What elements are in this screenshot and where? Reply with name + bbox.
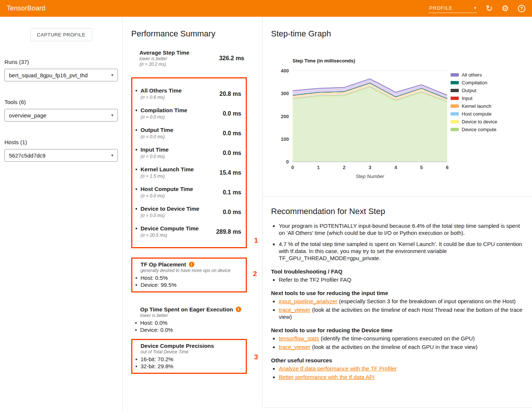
average-step-time-row: Average Step Time lower is better (σ = 2… [139, 49, 244, 67]
tools-select-value: overview_page [9, 112, 46, 119]
sidebar: CAPTURE PROFILE Runs (37) bert_squad_8gp… [0, 17, 123, 411]
block-title-text: Op Time Spent on Eager Execution [140, 306, 233, 313]
input-tools-heading: Next tools to use for reducing the input… [271, 289, 523, 297]
step-time-chart[interactable]: 01002003004000123456 [271, 66, 457, 171]
list-item: Host: 0.5% [141, 274, 242, 281]
metric-value: 0.0 ms [220, 130, 241, 137]
info-icon[interactable]: i [236, 307, 241, 312]
legend-item: Device to device [451, 118, 497, 126]
legend-item: All others [451, 71, 497, 79]
runs-select[interactable]: bert_squad_8gpu_fp16_pvt_thd ▾ [4, 69, 118, 81]
svg-text:3: 3 [368, 165, 371, 170]
tf-op-placement-list: Host: 0.5% Device: 99.5% [141, 274, 242, 288]
svg-text:0: 0 [291, 165, 294, 170]
svg-text:4: 4 [394, 165, 397, 170]
metric-label: Output Time [141, 127, 173, 133]
metric-label: Input Time [141, 146, 169, 153]
metric-sigma: (σ = 0.0 ms) [141, 114, 187, 120]
metric-label: Kernel Launch Time [141, 166, 194, 173]
metric-value: 0.0 ms [220, 150, 241, 156]
list-item: Analyze tf.data performance with the TF … [279, 365, 523, 372]
list-item: Better performance with the tf.data API [279, 373, 523, 381]
annotation-number-1: 1 [254, 236, 258, 245]
tfdata-performance-link[interactable]: Analyze tf.data performance with the TF … [279, 365, 397, 372]
metric-row: Host Compute Time (σ = 0.0 ms) 0.1 ms [141, 186, 241, 199]
faq-heading: Tool troubleshooting / FAQ [271, 268, 523, 275]
list-item: 32-bit: 29.8% [141, 363, 242, 370]
legend-swatch [451, 73, 459, 77]
metric-sigma: (σ = 0.6 ms) [141, 95, 182, 100]
legend-item: Device compute [451, 126, 497, 133]
legend-swatch [451, 120, 459, 123]
svg-text:0: 0 [286, 159, 289, 165]
list-item-text: (look at the activities on the timeline … [279, 307, 522, 320]
capture-profile-button[interactable]: CAPTURE PROFILE [30, 28, 92, 41]
section-divider [263, 196, 532, 197]
precisions-list: 16-bit: 70.2% 32-bit: 29.8% [141, 356, 242, 370]
tensorflow-stats-link[interactable]: tensorflow_stats [279, 335, 319, 342]
svg-text:6: 6 [446, 165, 448, 170]
gear-icon[interactable]: ⚙ [502, 4, 509, 13]
step-time-chart-container: Step Time (in milliseconds) 010020030040… [271, 58, 523, 179]
metric-sigma: (σ = 20.5 ms) [141, 233, 199, 238]
dashboard-selector[interactable]: PROFILE ▾ [429, 4, 477, 13]
hosts-label: Hosts (1) [4, 139, 118, 145]
metric-sigma: (σ = 0.0 ms) [141, 193, 193, 199]
reload-icon[interactable]: ↻ [486, 4, 493, 13]
hosts-select-value: 5627c5dd7dc9 [9, 152, 45, 159]
chevron-down-icon: ▾ [111, 153, 113, 158]
legend-item: Host compute [451, 110, 497, 118]
svg-text:2: 2 [343, 165, 345, 170]
tools-select[interactable]: overview_page ▾ [4, 109, 118, 122]
list-item-text: (look at the activities on the timeline … [310, 344, 477, 350]
device-compute-precisions-title: Device Compute Precisions [141, 342, 242, 349]
recommendation-item: 4.7 % of the total step time sampled is … [279, 240, 523, 262]
list-item-text: Refer to the TF2 Profiler FAQ [279, 276, 351, 283]
svg-text:1: 1 [317, 165, 320, 170]
help-icon[interactable]: ? [518, 5, 525, 12]
runs-select-value: bert_squad_8gpu_fp16_pvt_thd [9, 72, 88, 78]
step-time-graph-panel: Step-time Graph Step Time (in millisecon… [262, 17, 532, 408]
chevron-down-icon: ▾ [111, 72, 113, 78]
list-item-text: (especially Section 3 for the breakdown … [338, 298, 516, 304]
trace-viewer-link[interactable]: trace_viewer [279, 307, 310, 313]
input-tools-list: input_pipeline_analyzer (especially Sect… [271, 298, 523, 320]
metric-label: Host Compute Time [141, 186, 193, 192]
tools-group: Tools (6) overview_page ▾ [4, 99, 118, 122]
performance-summary-title: Performance Summary [131, 29, 254, 39]
block-note: generally desired to have more ops on de… [141, 268, 242, 274]
trace-viewer-link[interactable]: trace_viewer [279, 344, 310, 350]
metric-sigma: (σ = 20.2 ms) [139, 62, 189, 67]
annotation-number-2: 2 [253, 270, 257, 278]
list-item: Host: 0.0% [140, 319, 254, 326]
eager-execution-block: Op Time Spent on Eager Execution i lower… [140, 306, 254, 333]
hosts-select[interactable]: 5627c5dd7dc9 ▾ [4, 149, 118, 162]
metric-sigma: (σ = 1.5 ms) [141, 174, 194, 179]
metric-value: 0.0 ms [220, 209, 241, 216]
legend-swatch [451, 81, 459, 84]
info-icon[interactable]: i [189, 262, 194, 267]
runs-label: Runs (37) [4, 59, 118, 65]
step-time-breakdown-box: All Others Time (σ = 0.6 ms) 20.8 ms Com… [131, 77, 247, 248]
legend-label: All others [462, 72, 482, 78]
eager-execution-title: Op Time Spent on Eager Execution i [140, 306, 254, 313]
input-pipeline-analyzer-link[interactable]: input_pipeline_analyzer [279, 298, 338, 304]
dashboard-selector-value: PROFILE [429, 5, 453, 11]
recommendation-bullets: Your program is POTENTIALLY input-bound … [271, 222, 523, 262]
eager-execution-list: Host: 0.0% Device: 0.0% [140, 319, 254, 333]
list-item: Refer to the TF2 Profiler FAQ [279, 276, 523, 283]
recommendation-title: Recommendation for Next Step [271, 207, 523, 216]
device-tools-heading: Next tools to use for reducing the Devic… [271, 327, 523, 334]
device-compute-precisions-box: Device Compute Precisions out of Total D… [131, 339, 247, 374]
metric-label: All Others Time [141, 87, 182, 94]
list-item-text: (identify the time-consuming operations … [319, 335, 475, 342]
metric-note: lower is better [139, 56, 189, 62]
metric-value: 0.1 ms [220, 189, 241, 196]
better-performance-link[interactable]: Better performance with the tf.data API [279, 374, 375, 380]
list-item: trace_viewer (look at the activities on … [279, 306, 523, 320]
device-tools-list: tensorflow_stats (identify the time-cons… [271, 335, 523, 350]
legend-item: Kernel launch [451, 102, 497, 110]
annotation-number-3: 3 [254, 353, 258, 361]
metric-label: Device Compute Time [141, 225, 199, 232]
app-title: TensorBoard [7, 4, 45, 12]
